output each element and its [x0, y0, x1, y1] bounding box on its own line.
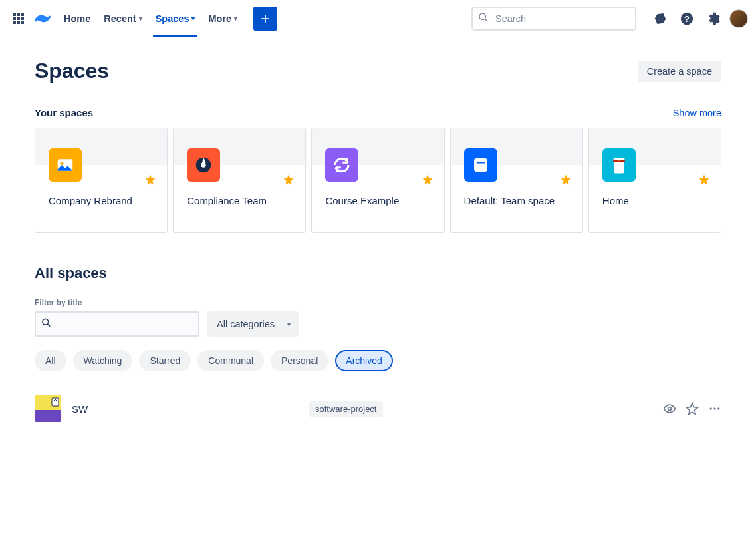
page-title: Spaces — [35, 59, 109, 83]
space-card-title: Default: Team space — [464, 195, 572, 206]
space-card-icon — [464, 148, 497, 182]
svg-rect-15 — [35, 410, 61, 422]
space-card[interactable]: Default: Team space — [450, 128, 583, 233]
space-card-icon — [325, 148, 358, 182]
more-icon[interactable] — [708, 402, 721, 415]
svg-point-5 — [61, 162, 64, 165]
space-row[interactable]: SW software-project — [35, 390, 721, 427]
help-icon[interactable]: ? — [676, 8, 697, 29]
space-rows: SW software-project — [35, 390, 721, 427]
space-row-icon — [35, 395, 61, 422]
search-wrap — [471, 7, 636, 31]
space-card-title: Home — [602, 195, 710, 206]
show-more-link[interactable]: Show more — [673, 108, 721, 118]
svg-point-12 — [43, 319, 49, 325]
chevron-down-icon: ▾ — [234, 15, 237, 22]
create-button[interactable] — [253, 7, 277, 31]
svg-point-11 — [613, 158, 625, 160]
watch-icon[interactable] — [663, 402, 676, 415]
svg-text:?: ? — [684, 13, 690, 23]
category-select[interactable]: All categories ▾ — [207, 311, 299, 337]
chevron-down-icon: ▾ — [287, 321, 291, 328]
nav-spaces[interactable]: Spaces▾ — [150, 0, 201, 37]
star-icon[interactable] — [686, 402, 699, 415]
space-row-name: SW — [72, 403, 298, 415]
space-row-tag: software-project — [309, 401, 383, 417]
space-card-title: Course Example — [325, 195, 433, 206]
svg-point-0 — [479, 13, 485, 19]
search-input[interactable] — [471, 7, 636, 31]
space-card[interactable]: Company Rebrand — [35, 128, 168, 233]
plus-icon — [259, 12, 272, 25]
search-icon — [478, 12, 489, 25]
svg-point-18 — [710, 407, 712, 409]
notifications-icon[interactable] — [650, 8, 671, 29]
space-card[interactable]: Home — [588, 128, 721, 233]
nav-home[interactable]: Home — [59, 0, 96, 37]
space-card[interactable]: Compliance Team — [173, 128, 306, 233]
filter-pill-archived[interactable]: Archived — [335, 350, 392, 371]
space-card-icon — [187, 148, 220, 182]
chevron-down-icon: ▾ — [139, 15, 142, 22]
space-card-title: Compliance Team — [187, 195, 295, 206]
create-space-button[interactable]: Create a space — [638, 61, 721, 82]
svg-point-17 — [668, 407, 672, 411]
all-spaces-heading: All spaces — [35, 265, 721, 282]
confluence-logo-icon[interactable] — [35, 11, 51, 27]
svg-rect-9 — [476, 162, 485, 164]
filter-title-input[interactable] — [35, 311, 199, 337]
your-spaces-cards: Company Rebrand Compliance Team Course E… — [35, 128, 721, 233]
star-icon[interactable] — [560, 174, 572, 188]
nav-items: Home Recent▾ Spaces▾ More▾ — [59, 0, 243, 37]
svg-line-13 — [47, 324, 50, 327]
nav-recent[interactable]: Recent▾ — [98, 0, 147, 37]
nav-more[interactable]: More▾ — [203, 0, 243, 37]
filter-pills: AllWatchingStarredCommunalPersonalArchiv… — [35, 350, 721, 371]
filter-pill-communal[interactable]: Communal — [197, 350, 264, 371]
filter-pill-personal[interactable]: Personal — [271, 350, 328, 371]
filter-pill-all[interactable]: All — [35, 350, 66, 371]
star-icon[interactable] — [422, 174, 434, 188]
space-card-title: Company Rebrand — [49, 195, 156, 206]
star-icon[interactable] — [698, 174, 710, 188]
settings-icon[interactable] — [703, 8, 724, 29]
filter-label: Filter by title — [35, 298, 721, 307]
app-switcher-icon[interactable] — [8, 8, 29, 29]
search-icon — [41, 318, 51, 331]
avatar[interactable] — [729, 9, 748, 28]
svg-rect-8 — [474, 158, 487, 172]
space-card-icon — [602, 148, 636, 182]
svg-point-20 — [717, 407, 719, 409]
star-icon[interactable] — [283, 174, 295, 188]
svg-point-19 — [713, 407, 715, 409]
space-card[interactable]: Course Example — [311, 128, 444, 233]
chevron-down-icon: ▾ — [191, 15, 195, 22]
svg-line-1 — [485, 19, 487, 21]
star-icon[interactable] — [144, 174, 156, 188]
filter-pill-watching[interactable]: Watching — [73, 350, 133, 371]
space-card-icon — [49, 148, 82, 182]
filter-pill-starred[interactable]: Starred — [139, 350, 191, 371]
your-spaces-heading: Your spaces — [35, 107, 93, 118]
top-nav: Home Recent▾ Spaces▾ More▾ ? — [0, 0, 756, 37]
